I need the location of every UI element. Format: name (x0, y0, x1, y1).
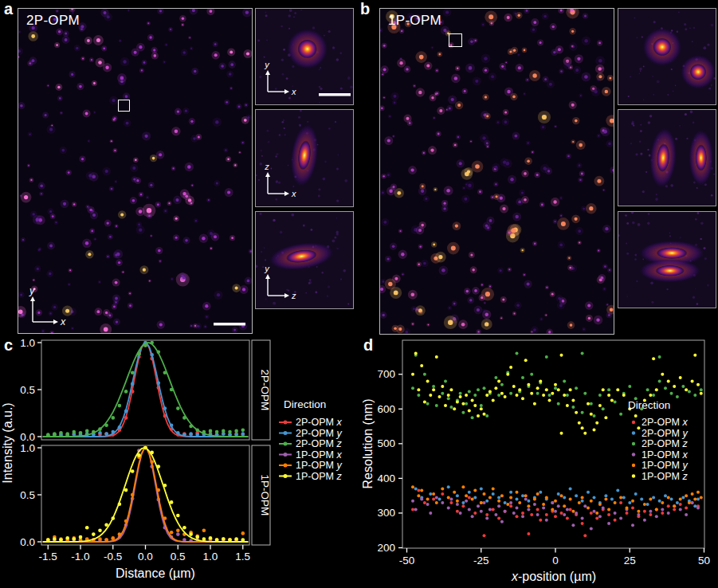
legend: Direction2P-OPM x2P-OPM y2P-OPM z1P-OPM … (279, 398, 342, 482)
x-axis-title: x-position (µm) (511, 570, 596, 583)
legend-entry-label: 2P-OPM z (641, 438, 688, 449)
bead-field-a: yx (18, 9, 252, 333)
y-tick-label: 400 (377, 472, 395, 484)
panel-b-image: 1P-OPM (379, 8, 614, 335)
legend-title: Direction (628, 399, 670, 411)
axis-arrows: yx (264, 60, 296, 96)
svg-text:x: x (291, 87, 296, 96)
psf-blob (287, 29, 328, 69)
series-2p-opm-x (43, 343, 249, 437)
psf-blob (681, 55, 716, 89)
panel-b-inset-xy (618, 8, 716, 105)
y-tick-label: 0.0 (20, 431, 35, 443)
panel-a-inset-xz: zx (255, 109, 354, 207)
svg-text:z: z (291, 291, 296, 300)
panel-c-chart: 2P-OPM0.00.51.01P-OPM0.00.51.0-1.5-1.0-0… (0, 335, 363, 588)
psf-blob (648, 127, 678, 189)
y-tick-label: 600 (377, 403, 395, 415)
panel-a-inset-yz: yz (255, 211, 354, 309)
series-1p-opm-z (43, 446, 249, 542)
plot-box (41, 340, 249, 440)
series-1p-opm-x (43, 446, 249, 543)
x-tick-label: -0.5 (104, 551, 122, 563)
legend-entry-label: 2P-OPM x (296, 417, 342, 428)
x-axis-title: Distance (µm) (116, 566, 195, 580)
panel-a-title: 2P-OPM (26, 13, 80, 29)
series-1p-opm-y (43, 446, 249, 542)
psf-blob (639, 259, 700, 282)
axis-arrows: yx (29, 285, 66, 327)
series-2p-opm-z (43, 341, 249, 437)
facet-label: 1P-OPM (259, 475, 271, 516)
legend-entry-label: 2P-OPM y (641, 428, 688, 439)
x-tick-label: 1.0 (203, 551, 218, 563)
y-tick-label: 0.5 (20, 489, 35, 501)
legend-entry-label: 1P-OPM x (641, 449, 688, 461)
facet-label: 2P-OPM (259, 370, 271, 411)
y-tick-label: 0.0 (20, 536, 35, 548)
svg-text:y: y (264, 60, 270, 69)
svg-text:x: x (291, 189, 296, 198)
x-tick-label: 0.5 (171, 551, 186, 563)
psf-blob (643, 28, 682, 66)
legend-title: Direction (284, 398, 326, 410)
x-tick-label: -1.0 (71, 551, 89, 563)
panel-b-title: 1P-OPM (388, 13, 441, 29)
psf-blob (288, 123, 322, 188)
legend-entry-label: 2P-OPM z (296, 438, 342, 449)
legend-entry-label: 1P-OPM y (641, 460, 688, 471)
panel-d-chart: 200300400500600700-50-2502550x-position … (363, 335, 718, 588)
panel-a-image: yx 2P-OPM (18, 8, 253, 334)
series-2p-opm-x (411, 489, 700, 538)
scale-bar (319, 93, 351, 96)
x-tick-label: 50 (698, 555, 710, 566)
psf-blob (689, 130, 713, 186)
panel-b-inset-xz (618, 109, 716, 206)
y-tick-label: 500 (377, 437, 395, 449)
y-tick-label: 1.0 (20, 337, 35, 349)
svg-text:y: y (29, 285, 35, 296)
y-tick-label: 200 (377, 542, 395, 554)
y-tick-label: 700 (377, 368, 395, 380)
x-tick-label: 0.0 (138, 551, 153, 563)
panel-b-roi-box (449, 33, 462, 47)
legend-entry-label: 1P-OPM z (296, 471, 342, 482)
x-tick-label: -50 (399, 555, 415, 566)
x-tick-label: 25 (624, 555, 636, 566)
x-tick-label: -1.5 (39, 551, 57, 563)
y-tick-label: 1.0 (20, 442, 35, 454)
figure-canvas: a yx 2P-OPM yx zx yz b 1P-OPM c 2P-OPM0.… (0, 0, 718, 588)
svg-text:z: z (264, 162, 269, 171)
legend-entry-label: 1P-OPM z (641, 471, 688, 482)
x-tick-label: -25 (473, 555, 489, 566)
beads-a (18, 9, 252, 333)
panel-b-inset-yz (618, 211, 716, 308)
series-2p-opm-y (43, 341, 249, 437)
panel-a-inset-xy: yx (255, 8, 354, 105)
scale-bar (214, 323, 245, 326)
svg-text:x: x (60, 316, 66, 327)
y-axis-title: Resolution (nm) (363, 399, 375, 489)
x-tick-label: 1.5 (235, 551, 250, 563)
panel-a-roi-box (118, 100, 130, 112)
psf-blob (267, 239, 335, 274)
beads-b (380, 9, 614, 334)
panel-a-letter: a (4, 1, 13, 17)
bead-field-b (380, 9, 614, 334)
x-tick-label: 0 (552, 555, 559, 566)
y-tick-label: 0.5 (20, 384, 35, 396)
y-axis-title: Intensity (a.u.) (1, 402, 14, 483)
panel-b-letter: b (360, 1, 370, 17)
legend-entry-label: 2P-OPM y (296, 428, 342, 439)
legend: Direction2P-OPM x2P-OPM y2P-OPM z1P-OPM … (628, 399, 688, 482)
svg-text:y: y (264, 264, 270, 273)
legend-entry-label: 1P-OPM y (296, 460, 342, 471)
legend-entry-label: 1P-OPM x (296, 449, 342, 461)
plot-box (41, 445, 249, 545)
y-tick-label: 300 (377, 507, 395, 519)
legend-entry-label: 2P-OPM x (641, 417, 688, 428)
